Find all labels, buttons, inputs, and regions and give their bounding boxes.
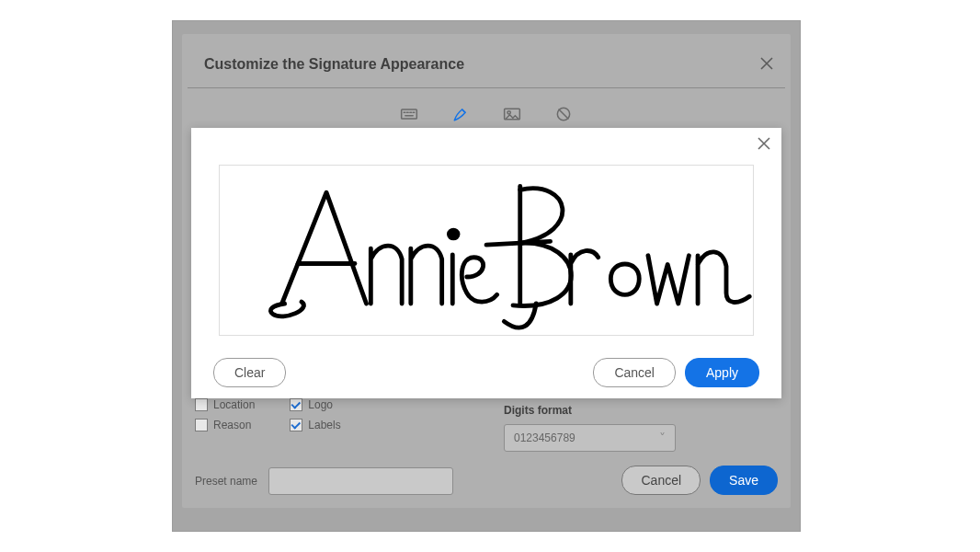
- signature-appearance-dialog: Customize the Signature Appearance Date …: [172, 20, 801, 532]
- checkbox-icon: [290, 419, 302, 431]
- checkbox-icon: [195, 398, 208, 411]
- image-icon: [503, 105, 521, 123]
- modal-cancel-button[interactable]: Cancel: [593, 358, 676, 387]
- dialog-cancel-button[interactable]: Cancel: [621, 466, 701, 495]
- option-label: Reason: [213, 419, 251, 431]
- keyboard-icon: [400, 105, 418, 123]
- dialog-close-button[interactable]: [758, 54, 776, 73]
- option-label: Location: [213, 398, 255, 411]
- close-icon: [758, 137, 770, 150]
- digits-format-value: 0123456789: [514, 431, 575, 444]
- tab-type-image[interactable]: [500, 102, 524, 126]
- clear-button[interactable]: Clear: [213, 358, 286, 387]
- apply-button[interactable]: Apply: [685, 358, 759, 387]
- svg-point-2: [507, 111, 510, 114]
- option-label: Logo: [308, 398, 333, 411]
- signature-stroke: [220, 166, 753, 335]
- signature-canvas[interactable]: [219, 165, 754, 336]
- checkbox-icon: [195, 419, 208, 431]
- tab-type-text[interactable]: [397, 102, 421, 126]
- dialog-title: Customize the Signature Appearance: [204, 56, 464, 73]
- chevron-down-icon: ˅: [659, 431, 666, 445]
- preset-name-label: Preset name: [195, 475, 257, 488]
- digits-format-label: Digits format: [504, 404, 676, 417]
- none-icon: [554, 105, 573, 123]
- dialog-save-button[interactable]: Save: [710, 466, 778, 495]
- signature-mode-tabs: [182, 102, 791, 130]
- dialog-surface: Customize the Signature Appearance Date …: [182, 34, 791, 508]
- divider: [188, 87, 785, 88]
- svg-rect-0: [402, 109, 417, 119]
- option-reason[interactable]: Reason: [195, 415, 287, 435]
- option-label: Labels: [308, 419, 340, 431]
- preset-name-input[interactable]: [268, 467, 453, 495]
- modal-close-button[interactable]: [758, 137, 770, 154]
- close-icon: [760, 57, 773, 70]
- digits-format-select[interactable]: 0123456789 ˅: [504, 424, 676, 452]
- option-labels[interactable]: Labels: [290, 415, 450, 435]
- draw-signature-modal: Clear Cancel Apply: [191, 128, 781, 398]
- tab-type-draw[interactable]: [449, 102, 473, 126]
- pen-icon: [451, 105, 470, 123]
- checkbox-icon: [290, 398, 302, 411]
- tab-type-none[interactable]: [552, 102, 575, 126]
